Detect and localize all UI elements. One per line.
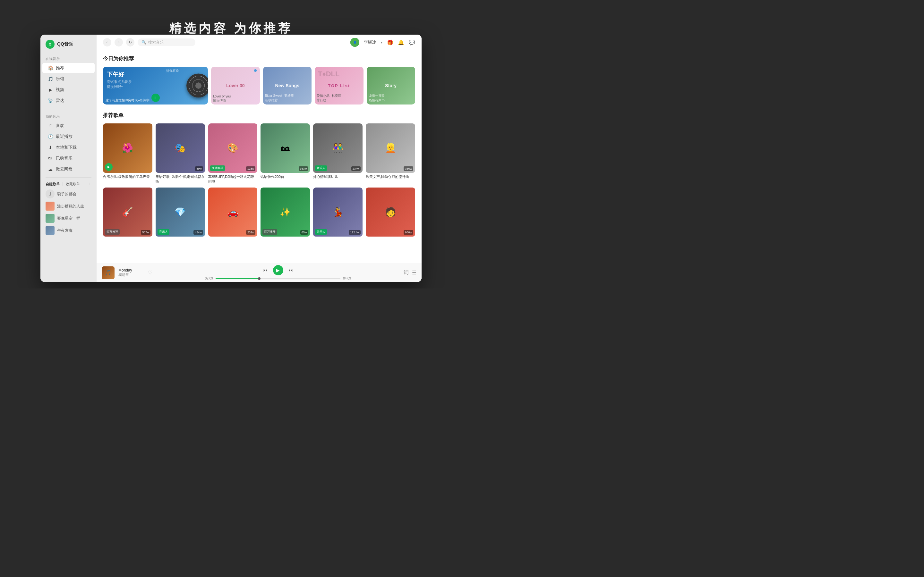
featured-card-main[interactable]: 下午好 尝试来点儿音乐 提提神吧~ ⏸ 这个与直觉相冲突时代--陈鸿宇 猜你喜欢 bbox=[103, 67, 208, 105]
playlist-name-1: 漫步糟糕的人生 bbox=[57, 203, 84, 209]
sidebar-item-radar[interactable]: 📡 雷达 bbox=[42, 95, 95, 106]
logo-text: QQ音乐 bbox=[57, 41, 73, 47]
featured-card-newSongs[interactable]: New Songs Bitter Sweet--要靖重 新歌推荐 bbox=[263, 67, 312, 105]
refresh-button[interactable]: ↻ bbox=[126, 38, 134, 47]
message-icon[interactable]: 💬 bbox=[409, 39, 415, 45]
song-badge-left-6: 深夜推荐 bbox=[105, 229, 120, 235]
list-item[interactable]: ♩ 硕子的都会 bbox=[40, 188, 97, 200]
playlist-queue-button[interactable]: ☰ bbox=[412, 269, 417, 276]
heart-icon: ♡ bbox=[47, 123, 53, 128]
song-img-11: 🧑 980w bbox=[366, 187, 415, 237]
lyrics-button[interactable]: 词 bbox=[404, 269, 409, 276]
lover-caption1: Lover of you bbox=[213, 95, 258, 98]
featured-card-lover[interactable]: Lover 30 Lover of you 情侣30首 bbox=[211, 67, 260, 105]
song-play-btn-0[interactable]: ▶ bbox=[105, 163, 113, 171]
next-button[interactable]: ⏭ bbox=[288, 268, 294, 273]
list-item[interactable]: 🎭 89w 粤语好歌--次听个够,老司机都在听 bbox=[156, 123, 205, 184]
player-thumb: 🎵 bbox=[102, 266, 115, 279]
time-total: 04:09 bbox=[343, 277, 351, 280]
sidebar-item-recommend[interactable]: 🏠 推荐 bbox=[42, 63, 95, 73]
online-music-label: 在线音乐 bbox=[40, 54, 97, 63]
player-artist: 窦靖童 bbox=[118, 272, 144, 277]
sidebar-item-recent[interactable]: 🕐 最近播放 bbox=[42, 131, 95, 142]
sidebar-logo[interactable]: Q QQ音乐 bbox=[40, 40, 97, 54]
recommend-section-title: 今日为你推荐 bbox=[103, 55, 415, 62]
song-badge-2: 123w bbox=[246, 166, 256, 171]
sidebar-item-purchased[interactable]: 🛍 已购音乐 bbox=[42, 153, 95, 163]
song-img-0: 🌺 ▶ bbox=[103, 123, 152, 173]
search-input[interactable] bbox=[148, 40, 192, 45]
list-item[interactable]: 💃 音乐人 122.4w bbox=[313, 187, 363, 239]
chevron-down-icon[interactable]: ▾ bbox=[381, 41, 383, 44]
qq-music-logo-icon: Q bbox=[45, 40, 55, 49]
list-item[interactable]: 午夜发廊 bbox=[40, 224, 97, 237]
featured-card-story[interactable]: Story 读懂一首歌 热播有声书 bbox=[367, 67, 415, 105]
tab-collected[interactable]: 收藏歌单 bbox=[66, 182, 80, 187]
forward-button[interactable]: › bbox=[115, 38, 123, 47]
tab-created[interactable]: 自建歌单 bbox=[45, 182, 60, 187]
song-badge-7: 434w bbox=[194, 230, 203, 235]
song-title-4: 好心情加满幼儿 bbox=[313, 174, 363, 179]
list-item[interactable]: 🚗 232w bbox=[208, 187, 258, 239]
alarm-icon[interactable]: 🔔 bbox=[398, 39, 404, 45]
playlist-name-0: 硕子的都会 bbox=[57, 191, 76, 197]
sidebar-divider-1 bbox=[45, 109, 91, 109]
sidebar-radar-label: 雷达 bbox=[56, 98, 64, 103]
song-badge-8: 232w bbox=[246, 230, 256, 235]
sidebar-item-likes[interactable]: ♡ 喜欢 bbox=[42, 121, 95, 131]
radar-icon: 📡 bbox=[47, 98, 53, 103]
sidebar-item-hall[interactable]: 🎵 乐馆 bbox=[42, 74, 95, 84]
sidebar-item-local[interactable]: ⬇ 本地和下载 bbox=[42, 142, 95, 153]
list-item[interactable]: 🧑 980w bbox=[366, 187, 415, 239]
like-button[interactable]: ♡ bbox=[148, 269, 152, 276]
playlist-name-3: 午夜发廊 bbox=[57, 228, 73, 234]
play-pause-button[interactable]: ▶ bbox=[273, 265, 283, 276]
topList-info: 爱情小品--林奕匡 排行榜 bbox=[317, 93, 362, 103]
song-img-1: 🎭 89w bbox=[156, 123, 205, 173]
newSongs-badge: New Songs bbox=[275, 83, 299, 88]
song-badge-11: 980w bbox=[404, 230, 413, 235]
list-item[interactable]: 🎨 互动歌单 123w 车载BUFF,DJ响起一路火花带闪电 bbox=[208, 123, 258, 184]
list-item[interactable]: 要像星空一样 bbox=[40, 212, 97, 224]
song-badge-6: 507w bbox=[141, 230, 150, 235]
song-badge-3: 353w bbox=[299, 166, 309, 171]
playlist-tabs: 自建歌单 | 收藏歌单 bbox=[45, 182, 80, 187]
list-item[interactable]: ✨ 百万播放 65w bbox=[260, 187, 310, 239]
list-item[interactable]: 👫 音乐人 234w 好心情加满幼儿 bbox=[313, 123, 363, 184]
progress-bar[interactable] bbox=[216, 278, 341, 279]
progress-fill bbox=[216, 278, 259, 279]
topList-caption1: 爱情小品--林奕匡 bbox=[317, 93, 362, 98]
download-icon: ⬇ bbox=[47, 145, 53, 150]
list-item[interactable]: 🌺 ▶ 台湾乐队:极致浪漫的宝岛声音 bbox=[103, 123, 152, 184]
time-current: 02:09 bbox=[205, 277, 213, 280]
playlist-thumb-3 bbox=[45, 226, 55, 235]
sidebar-local-label: 本地和下载 bbox=[56, 145, 77, 150]
song-img-2: 🎨 互动歌单 123w bbox=[208, 123, 258, 173]
progress-row: 02:09 04:09 bbox=[205, 277, 351, 280]
song-badge-5: 356w bbox=[404, 166, 413, 171]
list-item[interactable]: 💎 音乐人 434w bbox=[156, 187, 205, 239]
search-bar[interactable]: 🔍 bbox=[137, 39, 195, 46]
back-button[interactable]: ‹ bbox=[103, 38, 111, 47]
prev-button[interactable]: ⏮ bbox=[263, 268, 268, 273]
list-item[interactable]: 漫步糟糕的人生 bbox=[40, 200, 97, 212]
add-playlist-button[interactable]: + bbox=[89, 181, 91, 187]
song-title-5: 欧美女声,触动心扉的流行曲 bbox=[366, 174, 415, 179]
song-badge-left-10: 音乐人 bbox=[315, 229, 327, 235]
content-area: ‹ › ↻ 🔍 👤 李晓冰 ▾ 🎁 bbox=[97, 35, 422, 282]
topList-caption2: 排行榜 bbox=[317, 98, 362, 103]
gift-icon[interactable]: 🎁 bbox=[387, 39, 393, 45]
bag-icon: 🛍 bbox=[47, 156, 53, 161]
story-caption2: 热播有声书 bbox=[368, 98, 414, 103]
list-item[interactable]: 🏘 353w 话语佳作200首 bbox=[260, 123, 310, 184]
song-badge-left-2: 互动歌单 bbox=[210, 165, 225, 171]
lover-info: Lover of you 情侣30首 bbox=[213, 95, 258, 103]
featured-card-topList[interactable]: TOP List T♦DLL 爱情小品--林奕匡 排行榜 bbox=[315, 67, 363, 105]
sidebar-item-cloud[interactable]: ☁ 微云网盘 bbox=[42, 164, 95, 174]
scroll-content: 今日为你推荐 下午好 尝试来点儿音乐 提提神吧~ ⏸ 这个与直觉相冲突时代--陈… bbox=[97, 50, 422, 263]
list-item[interactable]: 🎸 深夜推荐 507w bbox=[103, 187, 152, 239]
big-card-play-btn[interactable]: ⏸ bbox=[152, 93, 160, 102]
list-item[interactable]: 👱 356w 欧美女声,触动心扉的流行曲 bbox=[366, 123, 415, 184]
featured-row: 下午好 尝试来点儿音乐 提提神吧~ ⏸ 这个与直觉相冲突时代--陈鸿宇 猜你喜欢… bbox=[103, 67, 415, 105]
sidebar-item-video[interactable]: ▶ 视频 bbox=[42, 85, 95, 95]
